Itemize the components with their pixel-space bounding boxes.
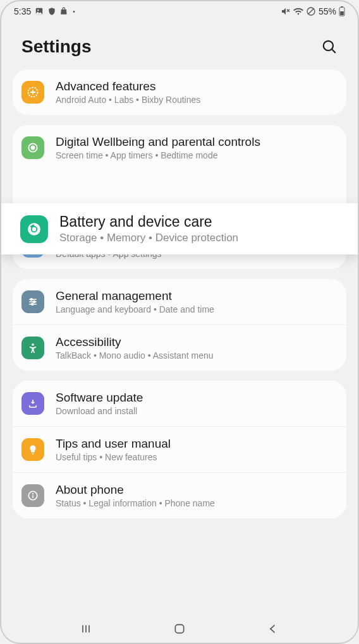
item-subtitle: Language and keyboard • Date and time bbox=[56, 304, 338, 314]
status-time: 5:35 bbox=[14, 6, 31, 16]
svg-line-10 bbox=[332, 49, 335, 52]
settings-item-wellbeing[interactable]: Digital Wellbeing and parental controls … bbox=[13, 125, 346, 170]
svg-point-19 bbox=[30, 299, 32, 301]
gear-plus-icon bbox=[21, 81, 44, 104]
item-subtitle: Screen time • App timers • Bedtime mode bbox=[56, 150, 338, 160]
item-subtitle: Useful tips • New features bbox=[56, 452, 338, 462]
svg-point-26 bbox=[32, 493, 33, 494]
item-subtitle: Download and install bbox=[56, 406, 338, 416]
item-title: Battery and device care bbox=[59, 213, 339, 230]
svg-point-1 bbox=[37, 9, 39, 11]
shield-icon bbox=[47, 7, 56, 16]
status-bar: 5:35 • 55% bbox=[1, 1, 358, 19]
page-title: Settings bbox=[21, 37, 91, 57]
lightbulb-icon bbox=[21, 438, 44, 461]
svg-rect-33 bbox=[175, 624, 183, 633]
settings-group: Advanced features Android Auto • Labs • … bbox=[13, 69, 346, 115]
gallery-icon bbox=[35, 7, 44, 16]
wellbeing-icon bbox=[21, 136, 44, 159]
sliders-icon bbox=[21, 290, 44, 313]
back-button[interactable] bbox=[265, 621, 281, 636]
update-icon bbox=[21, 392, 44, 415]
item-title: Accessibility bbox=[56, 335, 338, 349]
accessibility-icon bbox=[21, 337, 44, 359]
navigation-bar bbox=[1, 615, 358, 643]
device-care-icon bbox=[20, 215, 48, 243]
settings-item-accessibility[interactable]: Accessibility TalkBack • Mono audio • As… bbox=[13, 325, 346, 371]
home-button[interactable] bbox=[172, 621, 187, 636]
battery-percent: 55% bbox=[319, 6, 336, 16]
svg-rect-27 bbox=[32, 495, 33, 498]
item-title: Tips and user manual bbox=[56, 437, 338, 451]
search-button[interactable] bbox=[321, 39, 338, 55]
item-subtitle: Status • Legal information • Phone name bbox=[56, 498, 338, 508]
no-data-icon bbox=[306, 6, 316, 16]
item-subtitle: TalkBack • Mono audio • Assistant menu bbox=[56, 350, 338, 361]
recents-button[interactable] bbox=[78, 621, 94, 636]
svg-point-23 bbox=[32, 303, 33, 305]
svg-point-29 bbox=[33, 227, 35, 230]
battery-icon bbox=[339, 6, 345, 16]
item-title: Advanced features bbox=[56, 80, 338, 93]
wifi-icon bbox=[293, 6, 303, 16]
settings-item-about[interactable]: About phone Status • Legal information •… bbox=[13, 473, 346, 518]
item-title: Digital Wellbeing and parental controls bbox=[56, 135, 338, 149]
item-title: Software update bbox=[56, 391, 338, 405]
header: Settings bbox=[1, 19, 358, 69]
svg-point-24 bbox=[32, 343, 34, 346]
svg-point-13 bbox=[32, 146, 35, 150]
item-subtitle: Android Auto • Labs • Bixby Routines bbox=[56, 95, 338, 105]
settings-item-software[interactable]: Software update Download and install bbox=[13, 381, 346, 427]
item-subtitle: Storage • Memory • Device protection bbox=[59, 232, 339, 244]
settings-item-battery-highlighted[interactable]: Battery and device care Storage • Memory… bbox=[1, 203, 358, 254]
item-title: General management bbox=[56, 289, 338, 303]
settings-group: Software update Download and install Tip… bbox=[13, 381, 346, 518]
svg-line-5 bbox=[308, 9, 313, 14]
mute-icon bbox=[281, 6, 291, 16]
settings-item-advanced[interactable]: Advanced features Android Auto • Labs • … bbox=[13, 69, 346, 115]
svg-rect-7 bbox=[341, 6, 343, 8]
settings-item-general[interactable]: General management Language and keyboard… bbox=[13, 279, 346, 325]
settings-group: General management Language and keyboard… bbox=[13, 279, 346, 371]
svg-point-9 bbox=[324, 41, 333, 51]
bag-icon bbox=[60, 7, 69, 16]
more-notifications-dot: • bbox=[73, 8, 75, 15]
settings-item-tips[interactable]: Tips and user manual Useful tips • New f… bbox=[13, 427, 346, 473]
info-icon bbox=[21, 484, 44, 507]
svg-rect-8 bbox=[340, 11, 344, 15]
item-title: About phone bbox=[56, 483, 338, 497]
svg-point-21 bbox=[33, 301, 35, 303]
